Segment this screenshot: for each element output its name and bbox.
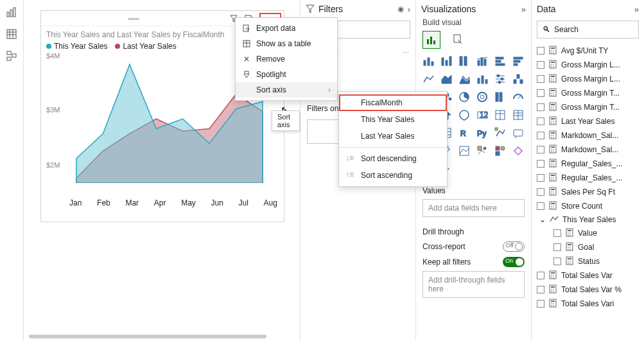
checkbox[interactable] <box>537 146 544 153</box>
viz-type-icon[interactable] <box>457 72 471 86</box>
values-drop[interactable]: Add data fields here <box>422 199 525 217</box>
viz-type-icon[interactable] <box>493 126 507 140</box>
menu-spotlight[interactable]: Spotlight <box>236 67 337 82</box>
submenu-fiscalmonth[interactable]: FiscalMonth <box>339 94 447 111</box>
viz-type-icon[interactable]: Py <box>475 126 489 140</box>
checkbox[interactable] <box>537 61 544 69</box>
model-view-icon[interactable] <box>4 49 19 63</box>
data-view-icon[interactable] <box>4 27 19 41</box>
drag-handle-icon[interactable]: ══ <box>44 14 223 23</box>
checkbox[interactable] <box>553 243 561 251</box>
viz-type-icon[interactable] <box>493 54 507 68</box>
checkbox[interactable] <box>537 188 544 196</box>
checkbox[interactable] <box>537 272 544 279</box>
field-row[interactable]: Gross Margin L... <box>535 72 640 86</box>
field-row[interactable]: Avg $/Unit TY <box>535 44 640 58</box>
viz-type-icon[interactable] <box>493 144 507 158</box>
menu-sort-axis[interactable]: Sort axis› <box>236 82 337 98</box>
field-row[interactable]: Total Sales Var % <box>535 283 640 297</box>
viz-type-icon[interactable] <box>439 72 453 86</box>
checkbox[interactable] <box>537 160 544 168</box>
format-visual-tab[interactable] <box>449 31 467 49</box>
viz-type-icon[interactable] <box>457 108 471 122</box>
build-visual-tab[interactable] <box>422 31 440 49</box>
viz-type-icon[interactable] <box>475 54 489 68</box>
viz-type-icon[interactable] <box>475 72 489 86</box>
checkbox[interactable] <box>537 47 544 55</box>
checkbox[interactable] <box>537 132 544 139</box>
y-axis-label: $3M <box>46 106 60 114</box>
field-expand-row[interactable]: ⌄This Year Sales <box>535 213 640 226</box>
field-row[interactable]: Status <box>535 254 640 268</box>
field-row[interactable]: Gross Margin T... <box>535 100 640 114</box>
viz-type-icon[interactable] <box>475 90 489 104</box>
viz-type-icon[interactable] <box>439 54 453 68</box>
viz-type-icon[interactable] <box>511 126 525 140</box>
svg-rect-112 <box>551 90 555 91</box>
field-row[interactable]: Gross Margin T... <box>535 86 640 100</box>
viz-type-icon[interactable] <box>421 72 435 86</box>
checkbox[interactable] <box>537 118 544 125</box>
viz-type-icon[interactable]: R <box>457 126 471 140</box>
viz-type-icon[interactable] <box>511 72 525 86</box>
field-row[interactable]: Store Count <box>535 199 640 213</box>
chevron-right-icon[interactable]: » <box>521 4 526 14</box>
drill-through-drop[interactable]: Add drill-through fields here <box>422 271 525 298</box>
field-row[interactable]: Markdown_Sal... <box>535 128 640 143</box>
submenu-last-year-sales[interactable]: Last Year Sales <box>339 128 447 144</box>
cross-report-toggle[interactable]: Off <box>503 241 525 252</box>
field-row[interactable]: Gross Margin L... <box>535 58 640 72</box>
sort-axis-submenu: FiscalMonth This Year Sales Last Year Sa… <box>338 91 448 187</box>
svg-point-174 <box>570 247 571 248</box>
field-row[interactable]: Regular_Sales_... <box>535 157 640 171</box>
viz-type-icon[interactable] <box>493 108 507 122</box>
field-row[interactable]: Sales Per Sq Ft <box>535 185 640 199</box>
svg-rect-2 <box>13 8 15 17</box>
horizontal-scrollbar[interactable] <box>29 335 266 338</box>
viz-type-icon[interactable] <box>457 54 471 68</box>
chevron-right-icon[interactable]: › <box>408 4 410 14</box>
submenu-sort-ascending[interactable]: ↑≡Sort ascending <box>339 167 447 184</box>
menu-remove[interactable]: ✕Remove <box>236 51 337 67</box>
field-row[interactable]: Markdown_Sal... <box>535 143 640 157</box>
x-axis-tick: Aug <box>264 198 277 207</box>
menu-export-data[interactable]: Export data <box>236 21 337 36</box>
data-search-input[interactable]: 🔍︎Search <box>537 21 639 39</box>
eye-icon[interactable]: ◉ <box>397 4 404 13</box>
field-row[interactable]: Value <box>535 226 640 240</box>
viz-type-icon[interactable] <box>493 72 507 86</box>
keep-filters-toggle[interactable]: On <box>503 257 525 267</box>
viz-type-icon[interactable] <box>457 90 471 104</box>
checkbox[interactable] <box>537 75 544 83</box>
more-icon[interactable]: ··· <box>403 48 409 57</box>
checkbox[interactable] <box>537 103 544 111</box>
viz-type-icon[interactable] <box>493 90 507 104</box>
viz-type-icon[interactable] <box>421 54 435 68</box>
checkbox[interactable] <box>537 300 544 308</box>
measure-icon <box>550 215 559 224</box>
viz-type-icon[interactable] <box>475 144 489 158</box>
field-row[interactable]: Goal <box>535 240 640 254</box>
viz-type-icon[interactable] <box>511 108 525 122</box>
submenu-sort-descending[interactable]: ↓≡Sort descending <box>339 150 447 167</box>
field-type-icon <box>548 88 557 98</box>
checkbox[interactable] <box>537 202 544 210</box>
viz-type-icon[interactable] <box>457 144 471 158</box>
submenu-this-year-sales[interactable]: This Year Sales <box>339 111 447 128</box>
viz-type-icon[interactable] <box>511 144 525 158</box>
menu-show-as-table[interactable]: Show as a table <box>236 36 337 51</box>
viz-type-icon[interactable]: 123 <box>475 108 489 122</box>
checkbox[interactable] <box>537 286 544 293</box>
field-row[interactable]: Last Year Sales <box>535 114 640 128</box>
checkbox[interactable] <box>553 229 561 237</box>
chevron-right-icon[interactable]: » <box>634 4 639 14</box>
field-row[interactable]: Total Sales Vari <box>535 297 640 311</box>
checkbox[interactable] <box>537 174 544 182</box>
checkbox[interactable] <box>537 89 544 97</box>
viz-type-icon[interactable] <box>511 54 525 68</box>
viz-type-icon[interactable] <box>511 90 525 104</box>
report-view-icon[interactable] <box>4 5 19 19</box>
field-row[interactable]: Regular_Sales_... <box>535 171 640 185</box>
field-row[interactable]: Total Sales Var <box>535 268 640 283</box>
checkbox[interactable] <box>553 258 561 265</box>
